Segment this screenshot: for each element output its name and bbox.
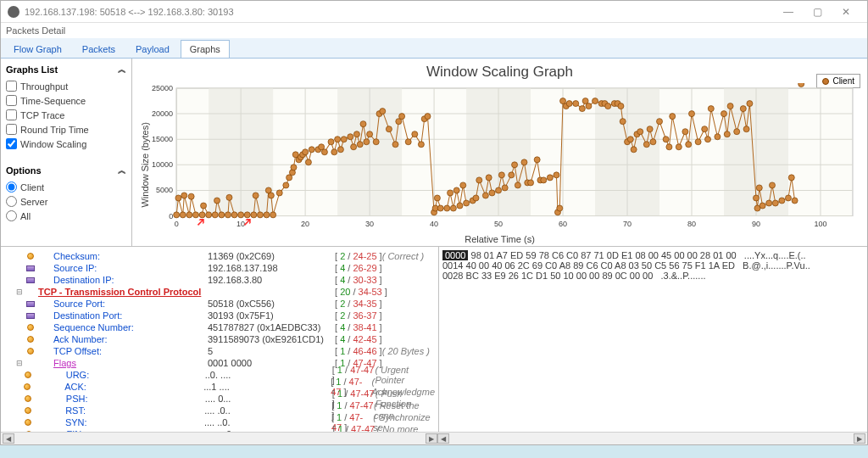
svg-text:25000: 25000	[152, 84, 173, 92]
scroll-right-button[interactable]: ▶	[426, 433, 437, 444]
scroll-left-button[interactable]: ◀	[437, 433, 449, 444]
svg-point-54	[219, 212, 225, 218]
svg-point-163	[663, 137, 669, 142]
svg-point-103	[418, 142, 424, 148]
field-icon	[26, 277, 35, 283]
svg-point-50	[201, 203, 207, 209]
tab-graphs[interactable]: Graphs	[181, 40, 230, 58]
radio[interactable]	[6, 196, 17, 207]
svg-point-185	[760, 203, 765, 209]
hex-pane[interactable]: 0000 98 01 A7 ED 59 78 C6 C0 87 71 0D E1…	[439, 247, 867, 432]
svg-point-82	[328, 139, 334, 145]
chart-body[interactable]: 0500010000150002000025000010203040506070…	[137, 82, 862, 248]
detail-row[interactable]: ⊟TCP - Transmission Control Protocol[ 20…	[1, 286, 438, 298]
radio[interactable]	[6, 210, 17, 221]
detail-row[interactable]: Destination IP:192.168.3.80[ 4 / 30-33 ]	[1, 274, 438, 286]
collapse-icon[interactable]: ︽	[118, 64, 126, 75]
svg-point-78	[309, 147, 314, 153]
svg-text:0: 0	[169, 212, 173, 221]
menu-label[interactable]: Packets Detail	[1, 23, 867, 38]
svg-point-179	[740, 106, 746, 112]
detail-row[interactable]: TCP Offset:5[ 1 / 46-46 ] ( 20 Bytes )	[1, 345, 438, 357]
svg-point-114	[457, 203, 463, 209]
graph-option-window-scaling[interactable]: Window Scaling	[6, 138, 126, 149]
svg-point-125	[502, 185, 508, 191]
scroll-right-button[interactable]: ▶	[854, 433, 865, 444]
tab-packets[interactable]: Packets	[73, 40, 125, 58]
field-value: 192.168.137.198	[208, 263, 335, 273]
graph-option-tcp-trace[interactable]: TCP Trace	[6, 109, 126, 120]
svg-point-44	[180, 212, 186, 218]
svg-point-111	[448, 190, 453, 196]
svg-point-141	[566, 101, 572, 107]
field-label: PSH:	[36, 394, 205, 404]
graph-option-round-trip-time[interactable]: Round Trip Time	[6, 124, 126, 135]
checkbox[interactable]	[6, 124, 17, 135]
radio-client[interactable]: Client	[6, 182, 126, 193]
svg-point-71	[291, 165, 297, 170]
checkbox[interactable]	[6, 109, 17, 120]
svg-point-81	[321, 149, 327, 155]
svg-point-77	[305, 159, 311, 165]
field-range: [ 2 / 24-25 ]	[335, 251, 382, 261]
horizontal-scrollbar[interactable]: ◀ ▶ ◀ ▶	[1, 432, 867, 444]
packet-detail-pane[interactable]: Checksum:11369 (0x2C69)[ 2 / 24-25 ] ( C…	[1, 247, 439, 432]
detail-row[interactable]: Destination Port:30193 (0x75F1)[ 2 / 36-…	[1, 310, 438, 321]
field-icon	[25, 407, 31, 414]
radio-server[interactable]: Server	[6, 196, 126, 207]
svg-point-129	[521, 159, 527, 165]
svg-point-123	[496, 187, 502, 193]
detail-row[interactable]: Sequence Number:451787827 (0x1AEDBC33)[ …	[1, 321, 438, 333]
field-value: .... .0..	[204, 405, 331, 416]
svg-point-190	[785, 195, 791, 201]
svg-point-105	[425, 114, 431, 120]
field-icon	[27, 336, 34, 343]
tab-bar: Flow GraphPacketsPayloadGraphs	[1, 38, 867, 59]
window-title: 192.168.137.198: 50518 <--> 192.168.3.80…	[25, 7, 774, 17]
hex-line[interactable]: 0000 98 01 A7 ED 59 78 C6 C0 87 71 0D E1…	[442, 250, 864, 260]
svg-point-122	[489, 190, 495, 196]
svg-point-86	[341, 137, 347, 142]
scroll-left-button[interactable]: ◀	[3, 433, 14, 444]
svg-point-166	[676, 144, 682, 150]
svg-point-68	[283, 182, 289, 188]
detail-row[interactable]: Source IP:192.168.137.198[ 4 / 26-29 ]	[1, 262, 438, 274]
svg-point-153	[620, 119, 626, 125]
radio-all[interactable]: All	[6, 210, 126, 221]
field-label: Ack Number:	[38, 334, 208, 344]
options-header[interactable]: Options ︽	[6, 165, 126, 176]
svg-point-120	[482, 193, 488, 198]
svg-text:100: 100	[814, 220, 826, 228]
close-button[interactable]: ✕	[832, 2, 860, 22]
field-value: 192.168.3.80	[208, 275, 335, 285]
collapse-icon[interactable]: ︽	[118, 165, 126, 176]
svg-point-146	[593, 98, 598, 104]
graphs-list-header[interactable]: Graphs List ︽	[6, 64, 126, 75]
checkbox[interactable]	[6, 138, 17, 149]
checkbox[interactable]	[6, 95, 17, 106]
chart-title: Window Scaling Graph	[137, 64, 862, 81]
hex-line[interactable]: 0014 40 00 40 06 2C 69 C0 A8 89 C6 C0 A8…	[442, 260, 864, 271]
hex-line[interactable]: 0028 BC 33 E9 26 1C D1 50 10 00 00 89 0C…	[442, 271, 864, 281]
svg-point-121	[486, 175, 492, 181]
detail-row[interactable]: Source Port:50518 (0xC556)[ 2 / 34-35 ]	[1, 298, 438, 310]
detail-row[interactable]: FIN:.... ...0[ 1 / 47-47 ] ( No more dat…	[1, 428, 438, 432]
minimize-button[interactable]: —	[774, 2, 803, 22]
svg-point-143	[579, 106, 585, 112]
hex-ascii: .3.&..P.......	[661, 271, 706, 281]
graph-option-time-sequence[interactable]: Time-Sequence	[6, 95, 126, 106]
field-icon	[25, 431, 32, 432]
radio[interactable]	[6, 182, 17, 193]
detail-row[interactable]: Checksum:11369 (0x2C69)[ 2 / 24-25 ] ( C…	[1, 250, 438, 262]
hex-ascii: B.@.,i.......P.Vu..	[743, 260, 810, 271]
field-icon	[27, 348, 34, 355]
tab-payload[interactable]: Payload	[126, 40, 179, 58]
svg-text:50: 50	[494, 220, 503, 228]
field-range: [ 4 / 26-29 ]	[335, 263, 382, 273]
checkbox[interactable]	[6, 81, 17, 92]
graph-option-throughput[interactable]: Throughput	[6, 81, 126, 92]
detail-row[interactable]: Ack Number:3911589073 (0xE9261CD1)[ 4 / …	[1, 333, 438, 345]
maximize-button[interactable]: ▢	[803, 2, 832, 22]
tab-flow-graph[interactable]: Flow Graph	[4, 40, 71, 58]
svg-point-63	[264, 212, 270, 218]
